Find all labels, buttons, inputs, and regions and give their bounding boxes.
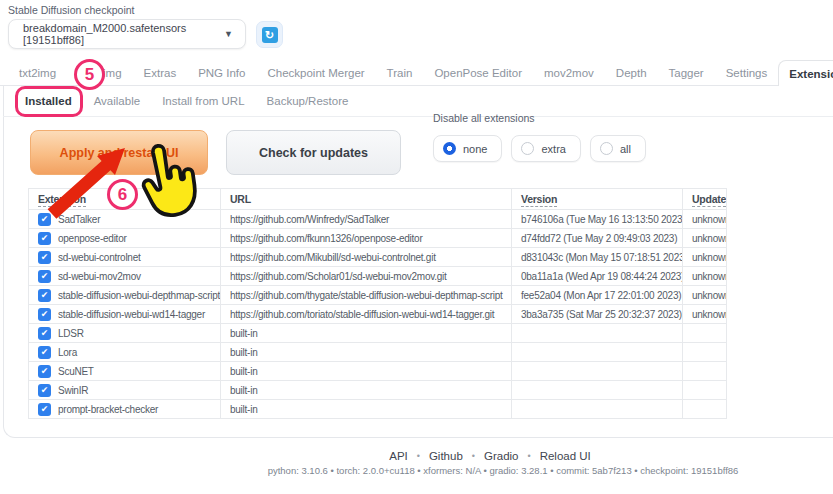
- footer-link-github[interactable]: Github: [429, 450, 463, 462]
- extension-version: 0ba11a1a (Wed Apr 19 08:44:24 2023): [512, 267, 683, 286]
- extension-version: [512, 381, 683, 400]
- extension-cell: sd-webui-controlnet: [29, 248, 221, 267]
- extension-cell: stable-diffusion-webui-depthmap-script: [29, 286, 221, 305]
- subtab-installed[interactable]: Installed: [14, 95, 83, 107]
- extension-checkbox[interactable]: [38, 346, 51, 359]
- extension-checkbox[interactable]: [38, 289, 51, 302]
- subtab-available[interactable]: Available: [83, 95, 151, 107]
- extension-update-status: [683, 343, 727, 362]
- tab-checkpoint-merger[interactable]: Checkpoint Merger: [256, 60, 375, 85]
- annotation-step-6-badge: 6: [107, 179, 138, 210]
- extension-url: built-in: [221, 381, 512, 400]
- column-header-label: Extension: [38, 193, 86, 207]
- extension-checkbox[interactable]: [38, 213, 51, 226]
- extension-url: built-in: [221, 400, 512, 419]
- extension-update-status: unknown: [683, 248, 727, 267]
- checkpoint-label: Stable Diffusion checkpoint: [8, 4, 134, 16]
- table-row: SwinIRbuilt-in: [29, 381, 727, 400]
- footer-link-api[interactable]: API: [389, 450, 408, 462]
- extensions-table-body: SadTalkerhttps://github.com/Winfredy/Sad…: [29, 210, 727, 419]
- extension-cell: openpose-editor: [29, 229, 221, 248]
- radio-all[interactable]: all: [590, 135, 646, 162]
- footer-link-reload-ui[interactable]: Reload UI: [540, 450, 591, 462]
- extension-name: prompt-bracket-checker: [58, 404, 158, 415]
- radio-extra[interactable]: extra: [511, 135, 580, 162]
- column-header-update[interactable]: Update: [683, 189, 727, 210]
- radio-label: all: [620, 143, 631, 155]
- extension-url: https://github.com/Winfredy/SadTalker: [221, 210, 512, 229]
- table-row: sd-webui-mov2movhttps://github.com/Schol…: [29, 267, 727, 286]
- check-updates-button[interactable]: Check for updates: [226, 130, 401, 175]
- extension-checkbox[interactable]: [38, 384, 51, 397]
- refresh-checkpoint-button[interactable]: ↻: [256, 21, 283, 48]
- footer-separator: •: [472, 451, 475, 461]
- extension-version: 3ba3a735 (Sat Mar 25 20:32:37 2023): [512, 305, 683, 324]
- tab-tagger[interactable]: Tagger: [658, 60, 715, 85]
- tab-png-info[interactable]: PNG Info: [187, 60, 256, 85]
- apply-restart-button[interactable]: Apply and restart UI: [30, 130, 208, 175]
- radio-label: extra: [541, 143, 565, 155]
- extension-update-status: [683, 362, 727, 381]
- column-header-version[interactable]: Version: [512, 189, 683, 210]
- radio-label: none: [463, 143, 487, 155]
- tab-mov2mov[interactable]: mov2mov: [533, 60, 605, 85]
- checkpoint-value: breakdomain_M2000.safetensors [19151bff8…: [23, 22, 218, 46]
- subtab-install-from-url[interactable]: Install from URL: [151, 95, 255, 107]
- disable-extensions-label: Disable all extensions: [433, 112, 535, 124]
- extension-url: https://github.com/toriato/stable-diffus…: [221, 305, 512, 324]
- radio-dot-icon: [521, 142, 534, 155]
- table-row: stable-diffusion-webui-depthmap-scriptht…: [29, 286, 727, 305]
- extension-cell: LDSR: [29, 324, 221, 343]
- extension-cell: Lora: [29, 343, 221, 362]
- extension-name: sd-webui-controlnet: [58, 252, 141, 263]
- checkpoint-dropdown[interactable]: breakdomain_M2000.safetensors [19151bff8…: [8, 19, 246, 49]
- footer-link-gradio[interactable]: Gradio: [484, 450, 519, 462]
- tab-extras[interactable]: Extras: [133, 60, 188, 85]
- footer-separator: •: [417, 451, 420, 461]
- extension-name: sd-webui-mov2mov: [58, 271, 141, 282]
- tab-settings[interactable]: Settings: [715, 60, 779, 85]
- extension-version: fee52a04 (Mon Apr 17 22:01:00 2023): [512, 286, 683, 305]
- chevron-down-icon: ▼: [224, 29, 233, 39]
- extension-cell: SadTalker: [29, 210, 221, 229]
- extension-checkbox[interactable]: [38, 251, 51, 264]
- tab-extensions[interactable]: Extensions: [778, 60, 833, 86]
- extension-update-status: unknown: [683, 267, 727, 286]
- extension-url: built-in: [221, 343, 512, 362]
- table-row: SadTalkerhttps://github.com/Winfredy/Sad…: [29, 210, 727, 229]
- extension-name: openpose-editor: [58, 233, 127, 244]
- extension-url: built-in: [221, 324, 512, 343]
- tab-train[interactable]: Train: [376, 60, 424, 85]
- extension-name: SadTalker: [58, 214, 100, 225]
- extension-url: https://github.com/Mikubill/sd-webui-con…: [221, 248, 512, 267]
- extension-checkbox[interactable]: [38, 232, 51, 245]
- extension-cell: prompt-bracket-checker: [29, 400, 221, 419]
- extension-checkbox[interactable]: [38, 403, 51, 416]
- extensions-table: ExtensionURLVersionUpdate SadTalkerhttps…: [28, 188, 727, 419]
- extension-cell: ScuNET: [29, 362, 221, 381]
- table-row: prompt-bracket-checkerbuilt-in: [29, 400, 727, 419]
- table-row: ScuNETbuilt-in: [29, 362, 727, 381]
- table-row: openpose-editorhttps://github.com/fkunn1…: [29, 229, 727, 248]
- extension-cell: sd-webui-mov2mov: [29, 267, 221, 286]
- footer-env-info: python: 3.10.6 • torch: 2.0.0+cu118 • xf…: [268, 465, 739, 476]
- radio-none[interactable]: none: [433, 135, 502, 162]
- subtab-backup-restore[interactable]: Backup/Restore: [256, 95, 360, 107]
- extension-url: https://github.com/thygate/stable-diffus…: [221, 286, 512, 305]
- extension-version: [512, 400, 683, 419]
- extension-checkbox[interactable]: [38, 327, 51, 340]
- extension-checkbox[interactable]: [38, 308, 51, 321]
- extension-name: LDSR: [58, 328, 84, 339]
- table-row: LDSRbuilt-in: [29, 324, 727, 343]
- column-header-label: URL: [230, 193, 251, 205]
- extension-version: [512, 343, 683, 362]
- tab-openpose-editor[interactable]: OpenPose Editor: [423, 60, 533, 85]
- extension-checkbox[interactable]: [38, 270, 51, 283]
- extension-version: d74fdd72 (Tue May 2 09:49:03 2023): [512, 229, 683, 248]
- tab-txt2img[interactable]: txt2img: [8, 60, 67, 85]
- tab-depth[interactable]: Depth: [605, 60, 658, 85]
- footer-links: API•Github•Gradio•Reload UI: [389, 450, 591, 462]
- refresh-icon: ↻: [262, 27, 278, 43]
- extension-checkbox[interactable]: [38, 365, 51, 378]
- extension-cell: SwinIR: [29, 381, 221, 400]
